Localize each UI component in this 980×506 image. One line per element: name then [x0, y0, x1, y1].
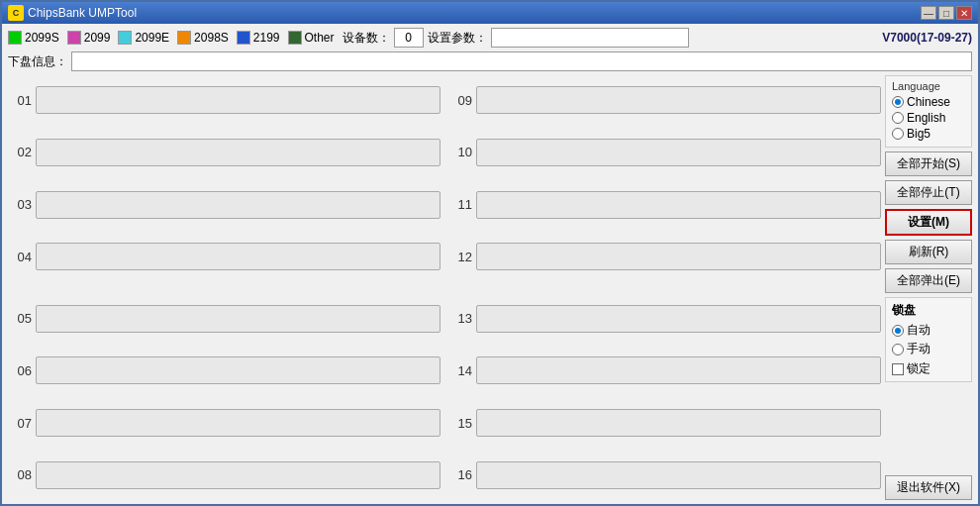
lock-option-auto[interactable]: 自动 — [892, 322, 965, 339]
language-options: ChineseEnglishBig5 — [892, 95, 965, 141]
right-lower-slot-group: 13141516 — [448, 294, 881, 501]
lock-options: 自动手动 — [892, 322, 965, 357]
legend-item-2199: 2199 — [237, 31, 280, 45]
toolbar: 2099S20992099E2098S2199Other 设备数： 设置参数： … — [8, 28, 972, 48]
slot-bar-08[interactable] — [36, 461, 441, 489]
radio-circle-english — [892, 112, 904, 124]
close-button[interactable]: ✕ — [956, 6, 972, 20]
lock-checkbox-label: 锁定 — [907, 360, 931, 377]
exit-button[interactable]: 退出软件(X) — [885, 475, 972, 500]
lock-option-manual[interactable]: 手动 — [892, 341, 965, 357]
slot-item-11: 11 — [448, 179, 881, 230]
settings-button[interactable]: 设置(M) — [885, 209, 972, 236]
slot-item-03: 03 — [8, 179, 441, 230]
language-option-english[interactable]: English — [892, 111, 965, 125]
slot-item-06: 06 — [8, 346, 441, 396]
slot-bar-16[interactable] — [476, 461, 881, 489]
slot-number-16: 16 — [448, 467, 472, 482]
slot-item-14: 14 — [448, 346, 881, 396]
slot-number-05: 05 — [8, 311, 32, 326]
device-count-label: 设备数： — [343, 30, 390, 47]
lock-title: 锁盘 — [892, 302, 965, 319]
info-input[interactable] — [71, 51, 972, 71]
version-text: V7000(17-09-27) — [882, 31, 972, 45]
device-count-input[interactable] — [394, 28, 424, 48]
slot-bar-01[interactable] — [36, 86, 441, 114]
lock-checkbox-row: 锁定 — [892, 360, 965, 377]
device-params-input[interactable] — [491, 28, 689, 48]
slot-item-15: 15 — [448, 398, 881, 449]
radio-circle-lock-1 — [892, 344, 904, 355]
sidebar: Language ChineseEnglishBig5 全部开始(S) 全部停止… — [885, 75, 972, 500]
slot-item-02: 02 — [8, 128, 441, 178]
slot-number-14: 14 — [448, 363, 472, 378]
window-controls: — □ ✕ — [921, 6, 972, 20]
slot-item-07: 07 — [8, 398, 441, 449]
legend-item-2099: 2099 — [67, 31, 111, 45]
app-icon: C — [8, 5, 24, 21]
lower-slots-row: 05060708 13141516 — [8, 294, 881, 501]
slot-bar-10[interactable] — [476, 139, 881, 166]
window-title: ChipsBank UMPTool — [28, 6, 921, 20]
legend-label-other: Other — [305, 31, 335, 45]
main-area: 01020304 09101112 05060708 13141516 — [8, 75, 972, 500]
upper-slots-row: 01020304 09101112 — [8, 75, 881, 282]
title-bar: C ChipsBank UMPTool — □ ✕ — [2, 2, 978, 24]
radio-circle-lock-0 — [892, 325, 904, 337]
left-lower-slot-group: 05060708 — [8, 294, 441, 501]
slot-item-16: 16 — [448, 450, 881, 500]
slot-item-10: 10 — [448, 128, 881, 178]
slot-number-01: 01 — [8, 93, 32, 108]
slot-item-13: 13 — [448, 294, 881, 345]
slot-bar-03[interactable] — [36, 191, 441, 219]
slot-number-10: 10 — [448, 145, 472, 159]
language-option-chinese[interactable]: Chinese — [892, 95, 965, 109]
slot-number-13: 13 — [448, 311, 472, 326]
slot-bar-14[interactable] — [476, 356, 881, 384]
legend-item-2098s: 2098S — [177, 31, 229, 45]
slots-container: 01020304 09101112 05060708 13141516 — [8, 75, 881, 500]
slot-bar-04[interactable] — [36, 243, 441, 270]
legend-item-2099s: 2099S — [8, 31, 59, 45]
slot-bar-09[interactable] — [476, 86, 881, 114]
legend-item-2099e: 2099E — [118, 31, 169, 45]
legend-color-2199 — [237, 31, 250, 45]
slot-item-04: 04 — [8, 232, 441, 282]
language-option-big5[interactable]: Big5 — [892, 127, 965, 141]
slot-bar-11[interactable] — [476, 191, 881, 219]
lock-checkbox[interactable] — [892, 363, 904, 375]
slot-bar-05[interactable] — [36, 305, 441, 333]
start-all-button[interactable]: 全部开始(S) — [885, 152, 972, 176]
legend-label-2199: 2199 — [253, 31, 280, 45]
slot-item-08: 08 — [8, 450, 441, 500]
slot-number-07: 07 — [8, 416, 32, 431]
legend-label-2099: 2099 — [84, 31, 111, 45]
slot-bar-15[interactable] — [476, 409, 881, 437]
slot-bar-06[interactable] — [36, 356, 441, 384]
slot-item-05: 05 — [8, 294, 441, 345]
slot-item-12: 12 — [448, 232, 881, 282]
info-row: 下盘信息： — [8, 51, 972, 71]
legend-item-other: Other — [288, 31, 335, 45]
slot-number-04: 04 — [8, 250, 32, 264]
maximize-button[interactable]: □ — [938, 6, 954, 20]
device-params-label: 设置参数： — [428, 30, 487, 47]
legend-label-2098s: 2098S — [194, 31, 229, 45]
left-upper-slot-group: 01020304 — [8, 75, 441, 282]
slot-bar-13[interactable] — [476, 305, 881, 333]
slot-bar-02[interactable] — [36, 139, 441, 166]
slot-item-01: 01 — [8, 75, 441, 126]
stop-all-button[interactable]: 全部停止(T) — [885, 180, 972, 205]
eject-all-button[interactable]: 全部弹出(E) — [885, 268, 972, 293]
refresh-button[interactable]: 刷新(R) — [885, 240, 972, 264]
lock-option-label-1: 手动 — [907, 341, 931, 357]
slot-bar-07[interactable] — [36, 409, 441, 437]
slot-number-15: 15 — [448, 416, 472, 431]
slot-bar-12[interactable] — [476, 243, 881, 270]
legend-label-2099e: 2099E — [135, 31, 169, 45]
language-group: Language ChineseEnglishBig5 — [885, 75, 972, 148]
slot-number-06: 06 — [8, 363, 32, 378]
legend-color-other — [288, 31, 302, 45]
slot-number-02: 02 — [8, 145, 32, 159]
minimize-button[interactable]: — — [921, 6, 936, 20]
